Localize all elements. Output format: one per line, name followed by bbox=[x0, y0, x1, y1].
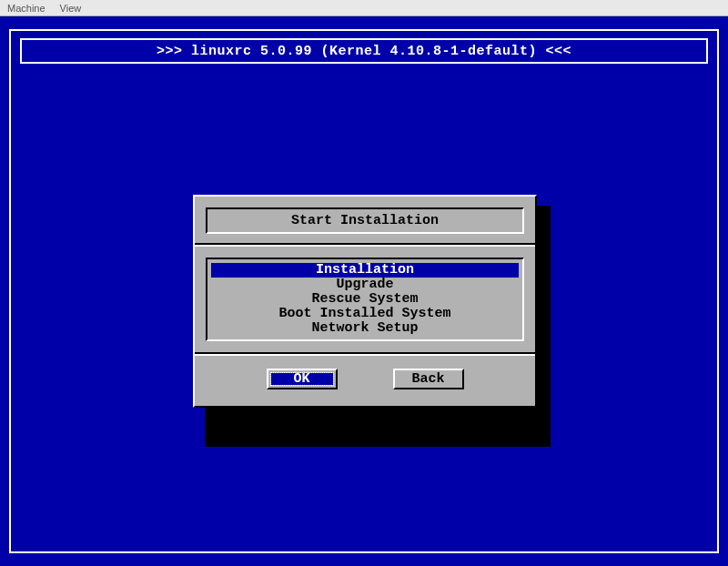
back-button[interactable]: Back bbox=[393, 369, 464, 389]
button-row: OK Back bbox=[195, 356, 535, 406]
terminal-screen: >>> linuxrc 5.0.99 (Kernel 4.10.8-1-defa… bbox=[0, 16, 728, 566]
header-banner: >>> linuxrc 5.0.99 (Kernel 4.10.8-1-defa… bbox=[20, 38, 708, 64]
menubar: Machine View bbox=[0, 0, 728, 16]
menu-item-installation[interactable]: Installation bbox=[211, 263, 519, 278]
menu-item-boot-installed-system[interactable]: Boot Installed System bbox=[211, 307, 519, 321]
menu-list: InstallationUpgradeRescue SystemBoot Ins… bbox=[206, 258, 524, 341]
menu-item-upgrade[interactable]: Upgrade bbox=[211, 278, 519, 292]
ok-button-label: OK bbox=[293, 371, 309, 387]
header-text: >>> linuxrc 5.0.99 (Kernel 4.10.8-1-defa… bbox=[157, 44, 571, 59]
menu-item-network-setup[interactable]: Network Setup bbox=[211, 321, 519, 336]
menu-view[interactable]: View bbox=[60, 3, 82, 14]
menu-item-rescue-system[interactable]: Rescue System bbox=[211, 292, 519, 307]
dialog-title: Start Installation bbox=[206, 207, 524, 234]
dialog-title-text: Start Installation bbox=[291, 213, 439, 228]
ok-button[interactable]: OK bbox=[267, 369, 338, 389]
menu-machine[interactable]: Machine bbox=[7, 3, 46, 14]
installation-dialog: Start Installation InstallationUpgradeRe… bbox=[193, 195, 537, 408]
back-button-label: Back bbox=[411, 371, 444, 387]
